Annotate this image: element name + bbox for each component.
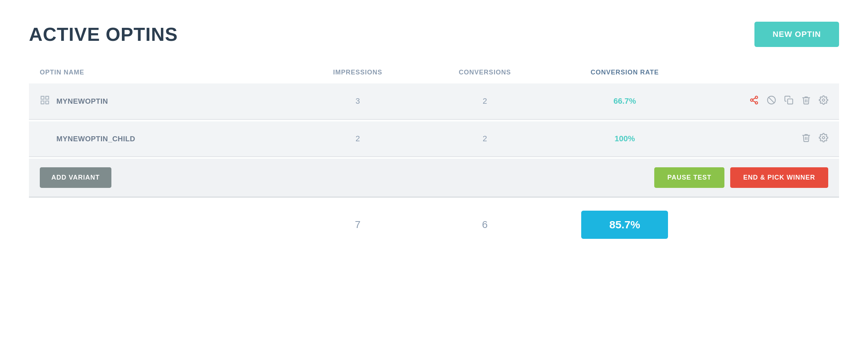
trash-icon[interactable] bbox=[801, 133, 811, 145]
table-row: MYNEWOPTIN_CHILD 2 2 100% bbox=[29, 121, 839, 157]
conversion-rate-value: 100% bbox=[548, 134, 701, 143]
col-header-actions bbox=[701, 69, 828, 76]
row-name-cell: MYNEWOPTIN_CHILD bbox=[40, 135, 294, 143]
table-header: OPTIN NAME IMPRESSIONS CONVERSIONS CONVE… bbox=[29, 69, 839, 83]
row-name-cell: MYNEWOPTIN bbox=[40, 95, 294, 107]
conversions-value: 2 bbox=[421, 134, 549, 143]
add-variant-row: ADD VARIANT PAUSE TEST END & PICK WINNER bbox=[29, 159, 839, 198]
conversions-value: 2 bbox=[421, 96, 549, 106]
test-action-buttons: PAUSE TEST END & PICK WINNER bbox=[654, 167, 828, 188]
ban-icon[interactable] bbox=[767, 95, 776, 107]
optin-name-label: MYNEWOPTIN bbox=[56, 97, 108, 106]
svg-rect-1 bbox=[46, 96, 48, 99]
svg-rect-0 bbox=[41, 96, 44, 99]
svg-point-13 bbox=[822, 137, 825, 139]
trash-icon[interactable] bbox=[801, 95, 811, 107]
total-rate-badge: 85.7% bbox=[581, 211, 668, 239]
frame-icon bbox=[40, 95, 50, 107]
page-header: ACTIVE OPTINS NEW OPTIN bbox=[29, 22, 839, 47]
new-optin-button[interactable]: NEW OPTIN bbox=[754, 22, 839, 47]
totals-row: 7 6 85.7% bbox=[29, 198, 839, 252]
share-icon[interactable] bbox=[749, 95, 759, 107]
copy-icon[interactable] bbox=[784, 95, 793, 107]
svg-rect-3 bbox=[41, 101, 44, 104]
svg-line-7 bbox=[753, 101, 755, 102]
col-header-impressions: IMPRESSIONS bbox=[294, 69, 421, 76]
optin-name-label: MYNEWOPTIN_CHILD bbox=[40, 135, 135, 143]
conversion-rate-value: 66.7% bbox=[548, 96, 701, 106]
svg-point-12 bbox=[822, 99, 825, 102]
row-actions bbox=[701, 95, 828, 107]
gear-icon[interactable] bbox=[819, 95, 828, 107]
col-header-conversion-rate: CONVERSION RATE bbox=[548, 69, 701, 76]
page-title: ACTIVE OPTINS bbox=[29, 23, 178, 45]
optins-table: OPTIN NAME IMPRESSIONS CONVERSIONS CONVE… bbox=[29, 69, 839, 252]
impressions-value: 2 bbox=[294, 134, 421, 143]
svg-line-10 bbox=[769, 97, 774, 103]
add-variant-button[interactable]: ADD VARIANT bbox=[40, 167, 111, 188]
gear-icon[interactable] bbox=[819, 133, 828, 145]
svg-rect-11 bbox=[788, 99, 793, 104]
total-rate-cell: 85.7% bbox=[548, 211, 701, 239]
col-header-conversions: CONVERSIONS bbox=[421, 69, 549, 76]
svg-rect-2 bbox=[46, 101, 48, 104]
total-impressions: 7 bbox=[294, 219, 421, 231]
impressions-value: 3 bbox=[294, 96, 421, 106]
pause-test-button[interactable]: PAUSE TEST bbox=[654, 167, 724, 188]
svg-line-8 bbox=[753, 98, 755, 99]
col-header-optin-name: OPTIN NAME bbox=[40, 69, 294, 76]
row-actions bbox=[701, 133, 828, 145]
end-pick-winner-button[interactable]: END & PICK WINNER bbox=[730, 167, 828, 188]
table-row: MYNEWOPTIN 3 2 66.7% bbox=[29, 83, 839, 120]
total-conversions: 6 bbox=[421, 219, 549, 231]
